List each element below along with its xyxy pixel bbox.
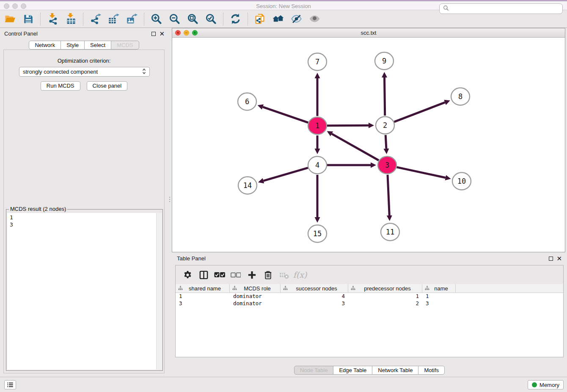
column-header-predecessor-nodes[interactable]: predecessor nodes <box>348 284 422 293</box>
zoom-fit-icon[interactable] <box>185 12 201 26</box>
table-cell[interactable]: 3 <box>176 300 230 307</box>
copy-network-icon[interactable] <box>252 12 268 26</box>
result-scrollbar[interactable] <box>156 213 162 370</box>
table-cell[interactable]: 2 <box>348 300 422 307</box>
column-label: predecessor nodes <box>355 285 419 292</box>
search-input[interactable] <box>451 5 562 13</box>
table-cell[interactable]: dominator <box>230 300 281 307</box>
table-cell[interactable]: 1 <box>422 293 456 300</box>
column-header-successor-nodes[interactable]: successor nodes <box>281 284 348 293</box>
network-canvas[interactable]: 7968124314101511 <box>172 38 565 251</box>
tab-mcds[interactable]: MCDS <box>111 41 139 50</box>
close-table-panel-icon[interactable]: ✕ <box>556 257 562 261</box>
edge-arrowhead <box>382 72 387 77</box>
search-box[interactable] <box>439 3 563 14</box>
close-panel-icon[interactable]: ✕ <box>159 32 165 36</box>
float-panel-icon[interactable] <box>151 32 156 36</box>
delete-column-icon[interactable] <box>261 268 274 281</box>
network-window-titlebar[interactable]: × − + scc.txt <box>172 28 565 38</box>
graph-edge-2-3[interactable] <box>385 135 386 149</box>
toolbar-divider <box>144 13 144 25</box>
column-header-name[interactable]: name <box>422 284 456 293</box>
graph-node-14[interactable]: 14 <box>238 177 257 194</box>
run-mcds-button[interactable]: Run MCDS <box>41 81 80 91</box>
open-session-icon[interactable] <box>2 12 18 26</box>
table-panel-header: Table Panel ✕ <box>172 253 567 264</box>
close-panel-button[interactable]: Close panel <box>87 81 128 91</box>
mcds-result-title: MCDS result (2 nodes) <box>9 206 67 212</box>
control-panel-title: Control Panel <box>4 30 38 37</box>
import-table-icon[interactable] <box>63 12 79 26</box>
graph-node-9[interactable]: 9 <box>375 52 394 70</box>
table-cell[interactable]: 1 <box>176 293 230 300</box>
tab-style[interactable]: Style <box>61 41 85 50</box>
search-icon <box>443 5 449 12</box>
column-header-shared-name[interactable]: shared name <box>176 284 230 293</box>
graph-edge-3-11[interactable] <box>388 175 389 215</box>
control-panel-tabs: NetworkStyleSelectMCDS <box>0 41 168 50</box>
table-row[interactable]: 3dominator323 <box>176 300 563 307</box>
graph-edge-2-9[interactable] <box>385 77 385 116</box>
graph-node-11[interactable]: 11 <box>381 224 399 241</box>
graph-edge-1-2[interactable] <box>327 125 369 126</box>
graph-node-7[interactable]: 7 <box>308 53 327 71</box>
graph-node-6[interactable]: 6 <box>238 93 256 110</box>
refresh-icon[interactable] <box>228 12 243 26</box>
criterion-select[interactable]: strongly connected component <box>19 67 150 77</box>
graph-node-15[interactable]: 15 <box>308 225 327 243</box>
graph-node-8[interactable]: 8 <box>451 88 470 105</box>
column-header-MCDS-role[interactable]: MCDS role <box>230 284 281 293</box>
export-network-icon[interactable] <box>88 12 103 26</box>
table-cell[interactable]: 1 <box>348 293 422 300</box>
control-panel: Control Panel ✕ NetworkStyleSelectMCDS O… <box>0 28 168 377</box>
show-eye-icon[interactable] <box>307 12 322 26</box>
home-view-icon[interactable] <box>270 12 286 26</box>
graph-edge-4-14[interactable] <box>263 168 308 181</box>
task-history-button[interactable] <box>4 380 16 389</box>
table-container: f(x) shared nameMCDS rolesuccessor nodes… <box>175 265 564 357</box>
add-column-icon[interactable] <box>245 268 258 281</box>
graph-edge-1-6[interactable] <box>263 107 308 123</box>
table-cell[interactable]: 4 <box>281 293 348 300</box>
list-icon <box>6 381 14 389</box>
memory-label: Memory <box>539 382 559 388</box>
table-options-icon[interactable] <box>181 268 194 281</box>
graph-node-4[interactable]: 4 <box>308 157 327 174</box>
graph-edge-3-1[interactable] <box>332 134 379 160</box>
graph-node-10[interactable]: 10 <box>452 173 471 190</box>
tab-node-table[interactable]: Node Table <box>294 366 334 375</box>
graph-node-2[interactable]: 2 <box>376 117 394 134</box>
graph-edge-3-10[interactable] <box>396 167 445 178</box>
save-session-icon[interactable] <box>20 12 36 26</box>
zoom-out-icon[interactable] <box>167 12 182 26</box>
node-label: 2 <box>383 121 387 130</box>
tab-network-table[interactable]: Network Table <box>372 366 418 375</box>
export-image-icon[interactable] <box>124 12 140 26</box>
graph-node-3[interactable]: 3 <box>378 157 396 174</box>
table-cell[interactable]: dominator <box>230 293 281 300</box>
table-header-row: shared nameMCDS rolesuccessor nodesprede… <box>176 284 563 293</box>
graph-node-1[interactable]: 1 <box>308 117 327 135</box>
tab-edge-table[interactable]: Edge Table <box>333 366 372 375</box>
vertical-splitter[interactable] <box>168 28 172 377</box>
float-table-panel-icon[interactable] <box>549 257 553 261</box>
node-table: shared nameMCDS rolesuccessor nodesprede… <box>176 284 563 357</box>
deselect-all-columns-icon[interactable] <box>229 268 242 281</box>
table-row[interactable]: 1dominator411 <box>176 293 563 300</box>
graph-edge-2-8[interactable] <box>394 102 445 122</box>
mcds-result-area[interactable]: 13 <box>7 213 162 370</box>
table-cell[interactable]: 3 <box>281 300 348 307</box>
tab-network[interactable]: Network <box>29 41 61 50</box>
hide-selected-eye-icon[interactable] <box>289 12 304 26</box>
edge-arrowhead <box>369 123 374 128</box>
select-all-columns-icon[interactable] <box>213 268 226 281</box>
table-cell[interactable]: 3 <box>422 300 456 307</box>
import-network-icon[interactable] <box>45 12 61 26</box>
zoom-selected-icon[interactable] <box>203 12 219 26</box>
tab-select[interactable]: Select <box>84 41 111 50</box>
tab-motifs[interactable]: Motifs <box>418 366 445 375</box>
memory-button[interactable]: Memory <box>528 380 564 389</box>
export-table-icon[interactable] <box>106 12 121 26</box>
toggle-column-view-icon[interactable] <box>197 268 210 281</box>
zoom-in-icon[interactable] <box>149 12 164 26</box>
